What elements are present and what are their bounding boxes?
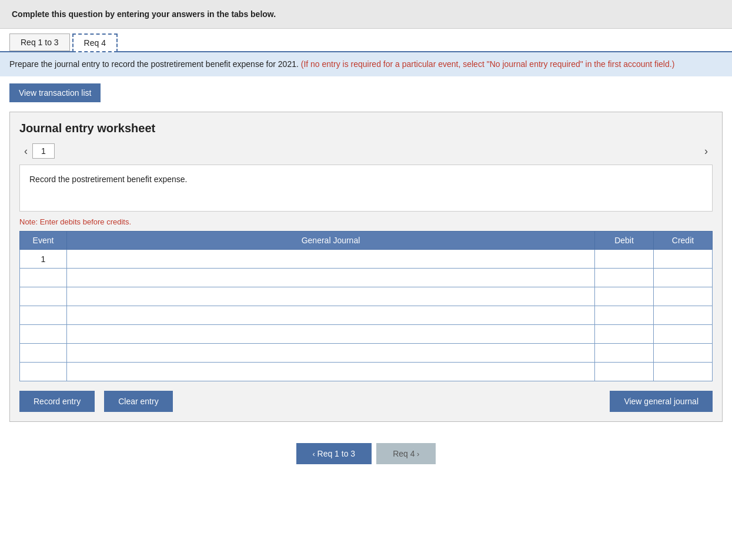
debit-input-3[interactable] — [599, 291, 650, 303]
debit-cell-7[interactable] — [595, 363, 654, 381]
event-cell-7 — [20, 363, 67, 381]
current-tab-number: 1 — [32, 143, 55, 159]
credit-input-6[interactable] — [657, 347, 708, 359]
debit-input-2[interactable] — [599, 272, 650, 284]
credit-cell-4[interactable] — [654, 306, 713, 325]
debit-cell-2[interactable] — [595, 269, 654, 287]
view-general-journal-button[interactable]: View general journal — [610, 391, 713, 412]
debit-cell-3[interactable] — [595, 287, 654, 306]
col-header-credit: Credit — [654, 232, 713, 250]
bottom-nav: ‹ Req 1 to 3 Req 4 › — [0, 431, 732, 482]
worksheet-title: Journal entry worksheet — [19, 122, 713, 135]
journal-cell-5[interactable] — [67, 325, 595, 344]
journal-input-2[interactable] — [71, 272, 591, 284]
journal-input-7[interactable] — [71, 366, 591, 378]
journal-cell-3[interactable] — [67, 287, 595, 306]
worksheet-container: Journal entry worksheet ‹ 1 › Record the… — [9, 112, 723, 422]
journal-cell-1[interactable] — [67, 250, 595, 269]
top-instruction: Complete this question by entering your … — [0, 0, 732, 29]
next-arrow[interactable]: › — [700, 145, 713, 157]
next-arrow-icon: › — [415, 450, 419, 458]
prev-arrow[interactable]: ‹ — [19, 145, 32, 157]
note-text: Note: Enter debits before credits. — [19, 217, 713, 226]
event-cell-3 — [20, 287, 67, 306]
debit-cell-6[interactable] — [595, 344, 654, 363]
credit-cell-7[interactable] — [654, 363, 713, 381]
journal-input-1[interactable] — [71, 253, 591, 265]
credit-input-1[interactable] — [657, 253, 708, 265]
clear-entry-button[interactable]: Clear entry — [104, 391, 172, 412]
journal-input-4[interactable] — [71, 310, 591, 321]
event-cell-5 — [20, 325, 67, 344]
credit-cell-2[interactable] — [654, 269, 713, 287]
table-row — [20, 269, 713, 287]
debit-input-6[interactable] — [599, 347, 650, 359]
event-cell-2 — [20, 269, 67, 287]
tab-req4[interactable]: Req 4 — [72, 33, 118, 52]
record-entry-button[interactable]: Record entry — [19, 391, 95, 412]
col-header-event: Event — [20, 232, 67, 250]
table-row — [20, 363, 713, 381]
debit-input-5[interactable] — [599, 328, 650, 340]
bottom-prev-label: Req 1 to 3 — [317, 449, 356, 458]
debit-input-7[interactable] — [599, 366, 650, 378]
instruction-box: Prepare the journal entry to record the … — [0, 52, 732, 76]
journal-cell-6[interactable] — [67, 344, 595, 363]
description-box: Record the postretirement benefit expens… — [19, 165, 713, 212]
bottom-next-label: Req 4 — [393, 449, 415, 458]
event-cell-6 — [20, 344, 67, 363]
debit-cell-4[interactable] — [595, 306, 654, 325]
instruction-main: Prepare the journal entry to record the … — [9, 59, 299, 69]
credit-cell-6[interactable] — [654, 344, 713, 363]
col-header-journal: General Journal — [67, 232, 595, 250]
journal-table: Event General Journal Debit Credit 1 — [19, 231, 713, 381]
tabs-row: Req 1 to 3 Req 4 — [0, 29, 732, 52]
nav-row: ‹ 1 › — [19, 143, 713, 159]
debit-input-4[interactable] — [599, 310, 650, 321]
credit-cell-1[interactable] — [654, 250, 713, 269]
table-row — [20, 287, 713, 306]
tab-req1to3[interactable]: Req 1 to 3 — [9, 33, 70, 51]
debit-cell-5[interactable] — [595, 325, 654, 344]
credit-input-4[interactable] — [657, 310, 708, 321]
journal-cell-2[interactable] — [67, 269, 595, 287]
debit-cell-1[interactable] — [595, 250, 654, 269]
journal-input-6[interactable] — [71, 347, 591, 359]
credit-input-3[interactable] — [657, 291, 708, 303]
journal-input-3[interactable] — [71, 291, 591, 303]
bottom-prev-button[interactable]: ‹ Req 1 to 3 — [296, 443, 372, 464]
col-header-debit: Debit — [595, 232, 654, 250]
table-row — [20, 306, 713, 325]
credit-input-5[interactable] — [657, 328, 708, 340]
credit-cell-3[interactable] — [654, 287, 713, 306]
buttons-row: Record entry Clear entry View general jo… — [19, 391, 713, 412]
credit-input-7[interactable] — [657, 366, 708, 378]
event-cell-4 — [20, 306, 67, 325]
debit-input-1[interactable] — [599, 253, 650, 265]
table-row: 1 — [20, 250, 713, 269]
event-cell-1: 1 — [20, 250, 67, 269]
table-row — [20, 325, 713, 344]
credit-input-2[interactable] — [657, 272, 708, 284]
instruction-conditional: (If no entry is required for a particula… — [301, 59, 675, 69]
credit-cell-5[interactable] — [654, 325, 713, 344]
journal-cell-4[interactable] — [67, 306, 595, 325]
prev-arrow-icon: ‹ — [313, 450, 317, 458]
table-row — [20, 344, 713, 363]
view-transaction-button[interactable]: View transaction list — [9, 83, 101, 102]
journal-cell-7[interactable] — [67, 363, 595, 381]
journal-input-5[interactable] — [71, 328, 591, 340]
bottom-next-button: Req 4 › — [376, 443, 436, 464]
